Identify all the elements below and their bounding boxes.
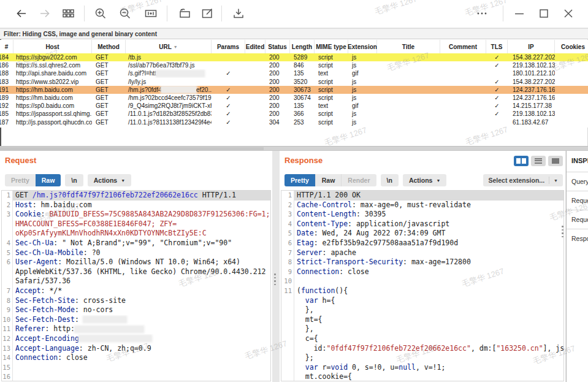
tab-render[interactable]: Render [341,174,376,186]
cell-host[interactable]: https://sp0.baidu.com [13,102,92,110]
cell-num[interactable]: 192 [0,102,13,110]
cell-params[interactable]: ✓ [212,102,245,110]
cell-length[interactable]: 846 [290,61,315,69]
cell-cookies[interactable] [555,86,588,94]
column-header-length[interactable]: Length [290,40,315,53]
cell-host[interactable]: https://hm.baidu.com [13,86,92,94]
cell-method[interactable]: GET [92,118,126,126]
cell-method[interactable]: GET [92,102,126,110]
cell-length[interactable]: 5289 [290,53,315,61]
horizontal-splitter[interactable] [0,146,588,151]
cell-ext[interactable]: gif [348,69,377,77]
edit-icon[interactable] [200,7,214,20]
cell-num[interactable]: 189 [0,94,13,102]
cell-edited[interactable] [245,94,265,102]
cell-length[interactable]: 3520 [290,78,315,86]
cell-mime[interactable]: text [315,69,348,77]
filter-bar[interactable]: Filter: Hiding CSS, image and general bi… [0,28,588,39]
download-icon[interactable] [232,7,245,20]
cell-edited[interactable] [245,118,265,126]
table-row[interactable]: 185https://jspassport.ssl.qhimg....GET/1… [0,110,588,118]
cell-tls[interactable]: ✓ [486,78,508,86]
table-row[interactable]: 184https://sjbgw2022.comGET/tb.js2005289… [0,53,588,61]
cell-title[interactable] [377,118,440,126]
cell-comment[interactable] [440,69,486,77]
cell-edited[interactable] [245,86,265,94]
cell-comment[interactable] [440,86,486,94]
cell-params[interactable]: ✓ [212,69,245,77]
tab-pretty[interactable]: Pretty [284,174,315,186]
single-pane-button[interactable] [548,156,563,166]
cell-num[interactable]: 185 [0,110,13,118]
inspector-item[interactable]: Response Headers [567,229,588,248]
cell-cookies[interactable] [555,69,588,77]
select-extension-dropdown[interactable]: Select extension... ▼ [483,174,563,186]
cell-method[interactable]: GET [92,94,126,102]
cell-ip[interactable]: 124.237.176.160 [508,86,555,94]
cell-ip[interactable]: 14.215.177.38 [508,102,555,110]
column-header-url[interactable]: URL▼ [126,40,212,53]
table-row[interactable]: 183https://www.sb2022.vipGET/ly/ly.js200… [0,78,588,86]
cell-mime[interactable]: script [315,78,348,86]
cell-tls[interactable]: ✓ [486,102,508,110]
cell-cookies[interactable] [555,110,588,118]
cell-tls[interactable] [486,118,508,126]
cell-edited[interactable] [245,110,265,118]
tab--n[interactable]: \n [65,174,83,186]
response-editor[interactable]: 1HTTP/1.1 200 OK2Cache-Control: max-age=… [281,190,564,381]
tab-actions[interactable]: Actions▼ [403,174,446,186]
minimize-button[interactable] [513,7,526,20]
cell-status[interactable]: 200 [265,69,290,77]
tab-pretty[interactable]: Pretty [5,174,36,186]
table-row[interactable]: 191https://hm.baidu.comGET/hm.js?0fdf4ef… [0,86,588,94]
cell-ext[interactable]: js [348,86,377,94]
cell-ip[interactable]: 219.138.102.134 [508,110,555,118]
column-header-mime-type[interactable]: MIME type [315,40,348,53]
cell-ext[interactable]: js [348,118,377,126]
more-icon[interactable] [475,7,489,20]
cell-status[interactable]: 200 [265,94,290,102]
cell-url[interactable]: /11.0.1.js?d182b3f28525f2db83acf. [126,110,212,118]
split-columns-button[interactable] [514,156,529,166]
cell-length[interactable]: 30673 [290,86,315,94]
maximize-button[interactable] [537,7,551,20]
cell-method[interactable]: GET [92,69,126,77]
cell-comment[interactable] [440,53,486,61]
cell-comment[interactable] [440,78,486,86]
cell-title[interactable] [377,61,440,69]
inspector-item[interactable]: Request Cookies [567,191,588,210]
cell-url[interactable]: /tb.js [126,53,212,61]
cell-mime[interactable]: script [315,86,348,94]
column-header-edited[interactable]: Edited [245,40,265,53]
cell-url[interactable]: /9_Q4simg2RQJ8t7jm9iCKT-xh_/s... [126,102,212,110]
cell-edited[interactable] [245,61,265,69]
cell-num[interactable]: 188 [0,69,13,77]
cell-host[interactable]: https://jspassport.ssl.qhimg.... [13,110,92,118]
cell-ext[interactable]: js [348,94,377,102]
cell-ip[interactable]: 61.183.42.67 [508,118,555,126]
cell-url[interactable]: /ly/ly.js [126,78,212,86]
cell-method[interactable]: GET [92,86,126,94]
cell-comment[interactable] [440,94,486,102]
cell-mime[interactable]: text [315,102,348,110]
tab-raw[interactable]: Raw [36,174,61,186]
cell-url[interactable]: /ssl/ab77b6ea7f3fbf79.js [126,61,212,69]
cell-params[interactable]: ✓ [212,118,245,126]
cell-ext[interactable]: js [348,53,377,61]
cell-url[interactable]: /s.gif?l=htt [126,69,212,77]
rotate-frame-icon[interactable] [178,7,191,20]
cell-edited[interactable] [245,69,265,77]
cell-tls[interactable]: ✓ [486,86,508,94]
cell-num[interactable]: 191 [0,86,13,94]
cell-comment[interactable] [440,61,486,69]
inspector-item[interactable]: Query Parameters [567,172,588,191]
cell-num[interactable]: 184 [0,53,13,61]
cell-method[interactable]: GET [92,61,126,69]
close-button[interactable] [562,7,575,20]
cell-tls[interactable]: ✓ [486,110,508,118]
forward-icon[interactable] [38,7,52,20]
cell-params[interactable]: ✓ [212,86,245,94]
column-header-method[interactable]: Method [92,40,126,53]
cell-url[interactable]: /hm.js?02bccd4ceefc73579f1931... [126,94,212,102]
column-header-host[interactable]: Host [13,40,92,53]
